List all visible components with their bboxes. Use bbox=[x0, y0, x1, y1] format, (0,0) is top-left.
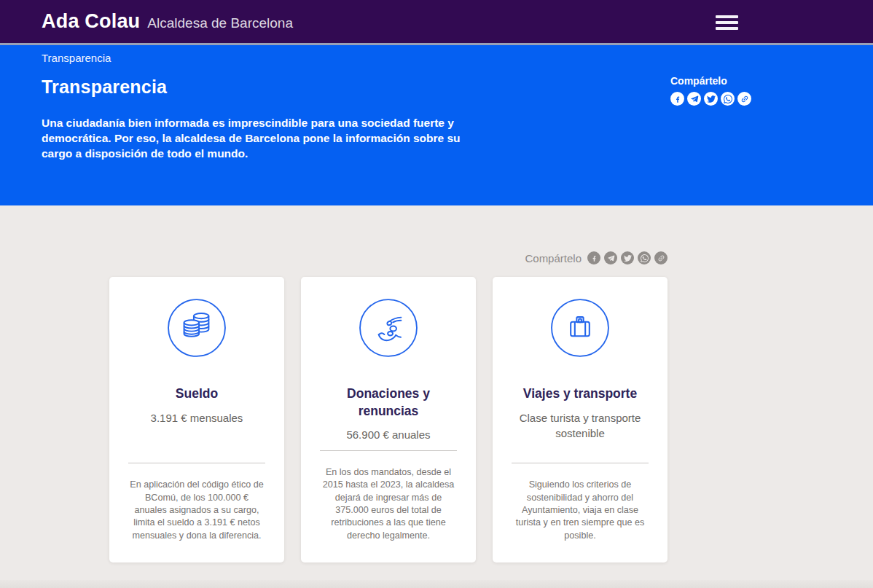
content-share-block: Compártelo bbox=[109, 251, 668, 265]
hero-banner: Transparencia Transparencia Una ciudadan… bbox=[0, 45, 873, 205]
card-description: En aplicación del código ético de BComú,… bbox=[128, 479, 265, 542]
share-button[interactable] bbox=[654, 251, 668, 264]
telegram-icon bbox=[607, 254, 615, 262]
card-title: Viajes y transporte bbox=[523, 385, 637, 403]
link-icon bbox=[740, 95, 749, 103]
hero-share-icons bbox=[670, 92, 751, 106]
info-card[interactable]: Donaciones y renuncias 56.900 € anuales … bbox=[301, 277, 476, 562]
facebook-icon bbox=[590, 254, 598, 262]
twitter-icon bbox=[707, 95, 716, 103]
card-description: Siguiendo los criterios de sostenibilida… bbox=[512, 479, 649, 542]
whatsapp-icon bbox=[724, 95, 732, 103]
hero-share-block: Compártelo bbox=[670, 75, 751, 106]
main-content: Compártelo bbox=[0, 205, 873, 562]
card-divider bbox=[128, 463, 265, 463]
card-divider bbox=[320, 450, 457, 451]
card-description: En los dos mandatos, desde el 2015 hasta… bbox=[320, 466, 457, 542]
site-logo[interactable]: Ada Colau Alcaldesa de Barcelona bbox=[42, 10, 293, 33]
share-button[interactable] bbox=[721, 92, 735, 106]
content-share-icons bbox=[587, 251, 668, 264]
link-icon bbox=[657, 254, 665, 262]
info-card[interactable]: Viajes y transporte Clase turista y tran… bbox=[493, 277, 668, 562]
share-button[interactable] bbox=[621, 251, 634, 264]
card-divider bbox=[512, 463, 649, 463]
card-subtitle: 56.900 € anuales bbox=[346, 427, 430, 443]
share-button[interactable] bbox=[670, 92, 684, 106]
hamburger-menu-icon[interactable] bbox=[716, 15, 738, 30]
share-button[interactable] bbox=[687, 92, 701, 106]
app-header: Ada Colau Alcaldesa de Barcelona bbox=[0, 0, 873, 45]
card-subtitle: 3.191 € mensuales bbox=[151, 410, 243, 426]
twitter-icon bbox=[624, 254, 632, 262]
whatsapp-icon bbox=[641, 254, 649, 262]
share-button[interactable] bbox=[737, 92, 751, 106]
page-intro-text: Una ciudadanía bien informada es impresc… bbox=[42, 115, 461, 161]
suitcase-icon bbox=[550, 298, 610, 358]
share-button[interactable] bbox=[604, 251, 617, 264]
transparency-cards: Sueldo 3.191 € mensuales En aplicación d… bbox=[109, 277, 668, 562]
card-subtitle: Clase turista y transporte sostenible bbox=[512, 410, 649, 442]
share-button[interactable] bbox=[587, 251, 600, 264]
footer-strip bbox=[0, 580, 873, 588]
share-label: Compártelo bbox=[670, 75, 751, 87]
card-title: Donaciones y renuncias bbox=[320, 385, 457, 420]
telegram-icon bbox=[690, 95, 699, 103]
coins-icon bbox=[167, 298, 227, 358]
brand-subtitle: Alcaldesa de Barcelona bbox=[147, 15, 293, 31]
brand-name: Ada Colau bbox=[42, 10, 140, 33]
facebook-icon bbox=[673, 95, 682, 103]
share-label: Compártelo bbox=[525, 252, 582, 264]
donation-hand-icon bbox=[359, 298, 418, 358]
breadcrumb[interactable]: Transparencia bbox=[42, 52, 873, 64]
share-button[interactable] bbox=[638, 251, 651, 264]
info-card[interactable]: Sueldo 3.191 € mensuales En aplicación d… bbox=[109, 277, 284, 562]
card-title: Sueldo bbox=[176, 385, 218, 403]
share-button[interactable] bbox=[704, 92, 718, 106]
